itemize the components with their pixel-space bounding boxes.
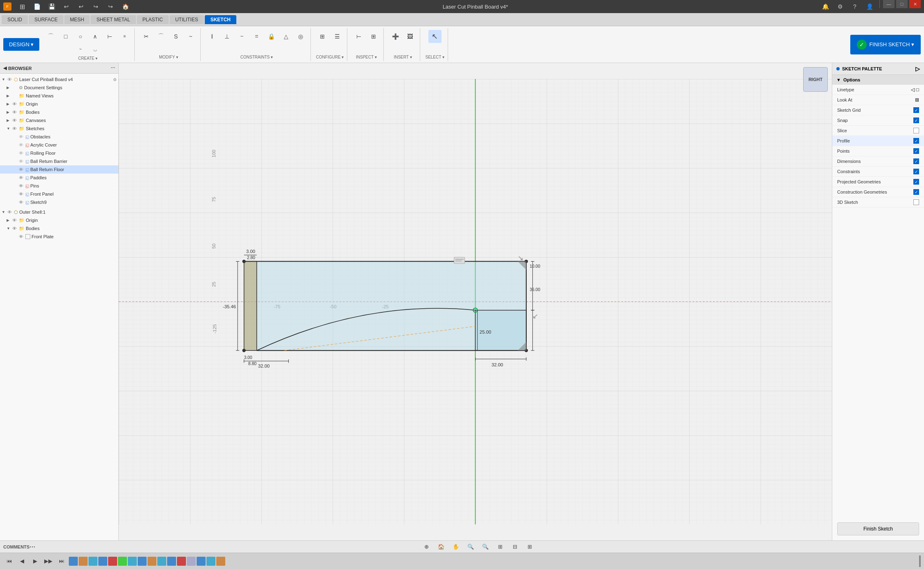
tree-item-named-views[interactable]: ▶ 📁 Named Views [0,92,118,100]
save-button[interactable]: 💾 [45,0,58,13]
eye-icon[interactable]: 👁 [7,77,13,82]
option-sketch-grid[interactable]: Sketch Grid [832,105,924,115]
help-button[interactable]: ? [848,0,861,13]
select-tool[interactable]: ↖ [428,30,442,43]
tree-item-canvases[interactable]: ▶ 👁 📁 Canvases [0,116,118,124]
resize-icon[interactable]: ↙ [532,312,538,320]
timeline-play-button[interactable]: ▶ [29,555,41,567]
config2-tool[interactable]: ☰ [331,30,344,43]
browser-collapse-icon[interactable]: ◀ [3,65,7,71]
eye-icon[interactable]: 👁 [19,234,25,239]
circle-tool[interactable]: ○ [74,30,87,43]
tab-mesh[interactable]: MESH [64,15,90,24]
eye-icon[interactable]: 👁 [7,210,13,215]
redo-button[interactable]: ↪ [89,0,102,13]
trim-tool[interactable]: ⌒ [154,30,168,43]
tab-plastic[interactable]: PLASTIC [137,15,169,24]
tree-item-front-panel[interactable]: 👁 ◱ Front Panel [0,190,118,198]
timeline-item[interactable] [69,557,78,566]
tab-sheet-metal[interactable]: SHEET METAL [91,15,136,24]
sketch-grid-checkbox[interactable] [913,107,919,113]
tree-item-pins[interactable]: 👁 ◱ Pins [0,182,118,190]
comments-options-icon[interactable]: ⋯ [29,544,35,550]
profile-checkbox[interactable] [913,138,919,144]
eye-icon[interactable]: 👁 [12,126,18,131]
resize-icon-tr[interactable]: ↘ [518,254,523,262]
option-constraints[interactable]: Constraints [832,167,924,177]
eye-icon[interactable]: 👁 [12,102,18,106]
zoom-icon[interactable]: 🔍 [465,541,476,553]
option-projected-geometries[interactable]: Projected Geometries [832,177,924,187]
option-3d-sketch[interactable]: 3D Sketch [832,197,924,208]
extend-tool[interactable]: S [169,30,182,43]
timeline-item[interactable] [108,557,117,566]
timeline-item[interactable] [177,557,186,566]
timeline-item[interactable] [167,557,176,566]
spline-tool[interactable]: ≡ [118,30,131,43]
timeline-item[interactable] [206,557,215,566]
option-points[interactable]: Points [832,146,924,156]
finish-sketch-button[interactable]: ✓ FINISH SKETCH ▾ [850,35,921,54]
timeline-item[interactable] [187,557,196,566]
eye-icon[interactable]: 👁 [19,183,25,188]
linetype-icon2[interactable]: □ [916,87,919,93]
eye-icon[interactable]: 👁 [12,110,18,115]
tree-item-sketches[interactable]: ▼ 👁 📁 Sketches [0,124,118,133]
timeline-item[interactable] [79,557,88,566]
option-slice[interactable]: Slice [832,126,924,136]
timeline-item[interactable] [197,557,206,566]
eye-icon[interactable]: 👁 [19,159,25,164]
rect-tool[interactable]: □ [59,30,72,43]
tree-item-origin2[interactable]: ▶ 👁 📁 Origin [0,216,118,224]
timeline-next-button[interactable]: ▶▶ [43,555,54,567]
settings-icon[interactable]: ⚙ [113,77,117,82]
grid-options-icon[interactable]: ⊞ [524,541,535,553]
timeline-start-button[interactable]: ⏮ [3,555,15,567]
linetype-icon[interactable]: ◁ [911,87,915,93]
timeline-item[interactable] [216,557,225,566]
config1-tool[interactable]: ⊞ [316,30,329,43]
undo2-button[interactable]: ↩ [75,0,88,13]
timeline-item[interactable] [157,557,166,566]
look-at-icon[interactable]: ⊞ [915,97,919,103]
timeline-item[interactable] [138,557,147,566]
conic-tool[interactable]: ◡ [88,43,102,56]
timeline-item[interactable] [118,557,127,566]
tree-item-acrylic-cover[interactable]: 👁 ◱ Acrylic Cover [0,141,118,149]
snap-checkbox[interactable] [913,117,919,123]
timeline-prev-button[interactable]: ◀ [16,555,28,567]
inspect2-tool[interactable]: ⊞ [367,30,380,43]
option-snap[interactable]: Snap [832,115,924,126]
arc-tool[interactable]: ∧ [88,30,102,43]
zoom-plus-icon[interactable]: 🔍 [480,541,491,553]
tree-item-front-plate[interactable]: 👁 Front Plate [0,233,118,241]
offset-tool[interactable]: ~ [184,30,197,43]
tree-item-doc-settings[interactable]: ▶ ⚙ Document Settings [0,84,118,92]
constraints-checkbox[interactable] [913,169,919,174]
eye-icon[interactable]: 👁 [19,167,25,172]
tree-item-paddles[interactable]: 👁 ◱ Paddles [0,174,118,182]
tab-utilities[interactable]: UTILITIES [170,15,204,24]
tangent-tool[interactable]: ∼ [235,30,248,43]
tree-item-outer-shell[interactable]: ▼ 👁 ⬡ Outer Shell:1 [0,208,118,216]
insert2-tool[interactable]: 🖼 [403,30,417,43]
timeline-end-button[interactable]: ⏭ [56,555,67,567]
eye-icon[interactable]: 👁 [19,151,25,156]
canvas-area[interactable]: 100 75 50 25 -125 -75 -50 -25 [119,63,832,540]
fillet-tool[interactable]: ✂ [140,30,153,43]
poly-tool[interactable]: ⊢ [103,30,116,43]
home-button[interactable]: 🏠 [119,0,132,13]
tab-surface[interactable]: SURFACE [29,15,63,24]
eye-icon[interactable]: 👁 [19,134,25,139]
timeline-item[interactable] [98,557,107,566]
projected-geo-checkbox[interactable] [913,179,919,185]
points-checkbox[interactable] [913,148,919,154]
tree-item-ball-return-barrier[interactable]: 👁 ◱ Ball Return Barrier [0,157,118,165]
tree-item-root[interactable]: ▼ 👁 ⬡ Laser Cut Pinball Board v4 ⚙ [0,75,118,84]
notifications-button[interactable]: 🔔 [819,0,832,13]
eye-icon[interactable]: 👁 [12,218,18,223]
tab-sketch[interactable]: SKETCH [205,15,236,24]
file-button[interactable]: 📄 [30,0,43,13]
tree-item-bodies[interactable]: ▶ 👁 📁 Bodies [0,108,118,116]
lock-tool[interactable]: 🔒 [265,30,278,43]
